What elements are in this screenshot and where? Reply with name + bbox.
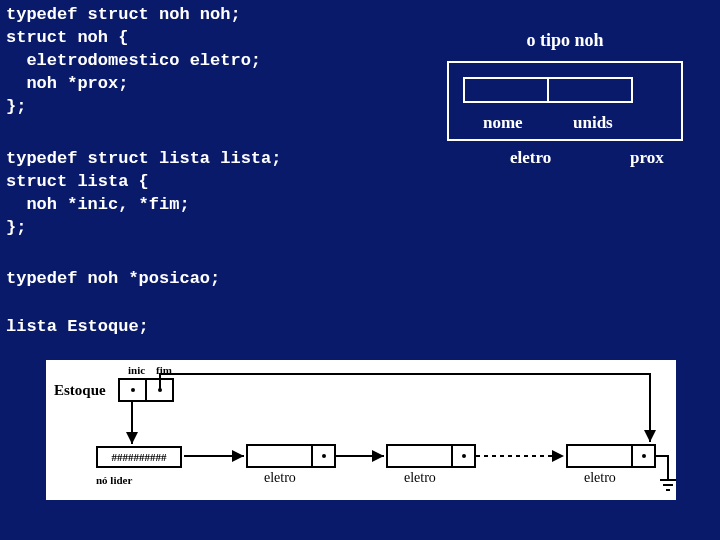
label-eletro: eletro (510, 148, 551, 168)
code-lista-typedef: typedef struct lista lista; struct lista… (6, 148, 281, 240)
type-diagram: o tipo noh nome unids (440, 30, 690, 141)
fim-label: fim (156, 364, 172, 376)
list-node (246, 444, 336, 468)
linked-list-diagram: Estoque inic fim ########## nó lider ele… (46, 360, 676, 500)
node-eletro-label: eletro (584, 470, 616, 486)
label-prox: prox (630, 148, 664, 168)
eletro-box (463, 77, 633, 103)
inic-label: inic (128, 364, 145, 376)
field-unids: unids (573, 113, 613, 133)
code-estoque-decl: lista Estoque; (6, 316, 149, 339)
lista-header-box (118, 378, 174, 402)
noh-box: nome unids (447, 61, 683, 141)
leader-node-label: nó lider (96, 474, 132, 486)
field-nome: nome (483, 113, 523, 133)
leader-node-box: ########## (96, 446, 182, 468)
code-noh-typedef: typedef struct noh noh; struct noh { ele… (6, 4, 261, 119)
estoque-label: Estoque (54, 382, 106, 399)
list-node (566, 444, 656, 468)
node-eletro-label: eletro (404, 470, 436, 486)
node-eletro-label: eletro (264, 470, 296, 486)
code-posicao-typedef: typedef noh *posicao; (6, 268, 220, 291)
list-node (386, 444, 476, 468)
type-title: o tipo noh (440, 30, 690, 51)
